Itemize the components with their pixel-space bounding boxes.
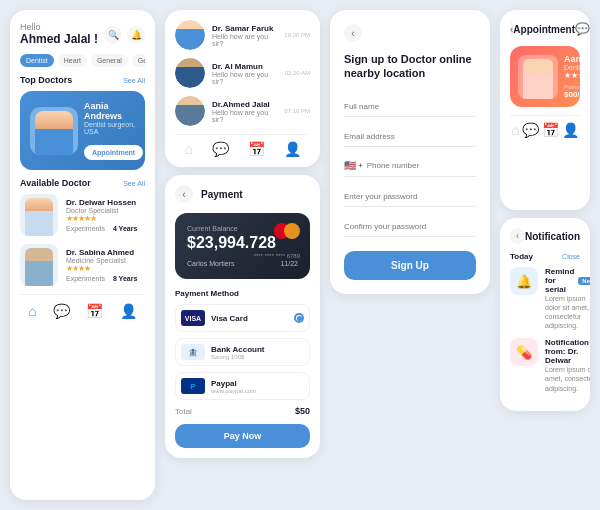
notif-back-button[interactable]: ‹ [510,228,525,244]
msg-nav-calendar[interactable]: 📅 [248,141,265,157]
username-label: Ahmed Jalal ! [20,32,98,46]
payment-method-paypal[interactable]: P Paypal www.paypal.com [175,372,310,400]
msg3-avatar [175,96,205,126]
fullname-input[interactable] [344,97,476,117]
bottom-navigation: ⌂ 💬 📅 👤 [20,294,145,319]
pay-now-button[interactable]: Pay Now [175,424,310,448]
msg-nav-chat[interactable]: 💬 [212,141,229,157]
appt-doc-avatar [518,55,558,99]
patients-val: $00/Mo8 [564,90,590,99]
panel-messages-payment: Dr. Samar Faruk Hello how are you sir? 1… [165,10,320,458]
flag-icon: 🇺🇸 [344,160,356,171]
flag-code: + [358,161,363,170]
table-row[interactable]: Dr. Sabina Ahmed Medicine Specialist ★★★… [20,244,145,286]
signup-back-button[interactable]: ‹ [344,24,362,42]
notif2-icon: 💊 [510,338,538,366]
search-icon[interactable]: 🔍 [104,26,122,44]
available-see-all[interactable]: See All [123,180,145,187]
msg1-text: Hello how are you sir? [212,33,277,47]
msg3-name: Dr.Ahmed Jalal [212,100,277,109]
doc2-avatar [20,244,58,286]
phone-input[interactable] [367,161,476,170]
cat-heart[interactable]: Heart [58,54,87,67]
confirm-password-field [344,215,476,237]
signup-button[interactable]: Sign Up [344,251,476,280]
panel-right-col: ‹ Appointment 💬 Aania Andrews Dentist su… [500,10,590,411]
nav-calendar-icon[interactable]: 📅 [86,303,103,319]
notification-panel: ‹ Notification Today Close 🔔 Remind for … [500,218,590,411]
notif1-icon: 🔔 [510,267,538,295]
appointment-panel: ‹ Appointment 💬 Aania Andrews Dentist su… [500,10,590,210]
appt-nav-home[interactable]: ⌂ [511,122,519,138]
appt-nav-chat[interactable]: 💬 [522,122,539,138]
panel-doctor-home: Hello Ahmed Jalal ! 🔍 🔔 Dentist Heart Ge… [10,10,155,500]
card-holder: Carlos Mortiers [187,260,234,267]
list-item[interactable]: Dr. Samar Faruk Hello how are you sir? 1… [175,20,310,50]
nav-profile-icon[interactable]: 👤 [120,303,137,319]
list-item[interactable]: Dr.Ahmed Jalal Hello how are you sir? 07… [175,96,310,126]
bank-name: Bank Account [211,345,304,354]
visa-name: Visa Card [211,314,288,323]
appointment-doctor-card: Aania Andrews Dentist surgeon USA ★★★★★ … [510,46,580,107]
appointment-button[interactable]: Appointment [84,145,143,160]
nav-home-icon[interactable]: ⌂ [28,303,36,319]
appt-nav-profile[interactable]: 👤 [562,122,579,138]
cat-general[interactable]: General [91,54,128,67]
top-doc-avatar [30,107,78,155]
bank-icon: 🏦 [181,344,205,360]
appt-msg-icon[interactable]: 💬 [575,22,590,36]
flag-badge: 🇺🇸 + [344,160,363,171]
msg3-time: 07:10 PM [284,108,310,114]
payment-back-button[interactable]: ‹ [175,185,193,203]
payment-method-visa[interactable]: VISA Visa Card [175,304,310,332]
appt-nav-calendar[interactable]: 📅 [542,122,559,138]
appt-title: Appointment [513,24,575,35]
password-input[interactable] [344,187,476,207]
top-doctor-card: Aania Andrews Dentist surgeon, USA Appoi… [20,91,145,170]
list-item: 🔔 Remind for serial New Lorem ipsum dolo… [510,267,580,330]
notif2-desc: Lorem ipsum dolor sit amet, consectetur … [545,365,590,392]
list-item[interactable]: Dr. Al Mamun Hello how are you sir? 02:2… [175,58,310,88]
msg-nav-home[interactable]: ⌂ [184,141,192,157]
doc2-exp-label: Experiments [66,275,105,282]
visa-icon: VISA [181,310,205,326]
table-row[interactable]: Dr. Delwar Hossen Doctor Specialist ★★★★… [20,194,145,236]
msg3-text: Hello how are you sir? [212,109,277,123]
total-value: $50 [295,406,310,416]
bell-icon[interactable]: 🔔 [127,26,145,44]
cat-dentist[interactable]: Dentist [20,54,54,67]
top-doctors-title: Top Doctors [20,75,72,85]
payment-method-bank[interactable]: 🏦 Bank Account Saving 100$ [175,338,310,366]
doc2-exp-val: 8 Years [113,275,137,282]
msg1-time: 10:20 PM [284,32,310,38]
notif1-badge: New [578,277,590,285]
payment-title: Payment [201,189,243,200]
close-button[interactable]: Close [562,253,580,260]
confirm-password-input[interactable] [344,217,476,237]
top-doctors-see-all[interactable]: See All [123,77,145,84]
email-input[interactable] [344,127,476,147]
messages-panel: Dr. Samar Faruk Hello how are you sir? 1… [165,10,320,167]
email-field [344,125,476,147]
doc1-name: Dr. Delwar Hossen [66,198,145,207]
bank-sub: Saving 100$ [211,354,304,360]
appt-doc-name: Aania Andrews [564,54,590,64]
signup-panel: ‹ Sign up to Doctor online nearby locati… [330,10,490,294]
password-field [344,185,476,207]
nav-chat-icon[interactable]: 💬 [53,303,70,319]
msg2-time: 02:20 AM [285,70,310,76]
mastercard-circle2 [284,223,300,239]
notif2-name: Notification from: Dr. Delwar New [545,338,590,365]
payment-panel: ‹ Payment Current Balance $23,994.728 Ca… [165,175,320,458]
cat-other[interactable]: Gene... [132,54,145,67]
total-label: Total [175,407,192,416]
msg-nav-profile[interactable]: 👤 [284,141,301,157]
visa-radio[interactable] [294,313,304,323]
doc2-stars: ★★★★ [66,264,145,273]
paypal-sub: www.paypal.com [211,388,304,394]
msg2-name: Dr. Al Mamun [212,62,278,71]
top-doc-spec: Dentist surgeon, USA [84,121,143,135]
msg2-text: Hello how are you sir? [212,71,278,85]
doc2-spec: Medicine Specialist [66,257,145,264]
paypal-name: Paypal [211,379,304,388]
